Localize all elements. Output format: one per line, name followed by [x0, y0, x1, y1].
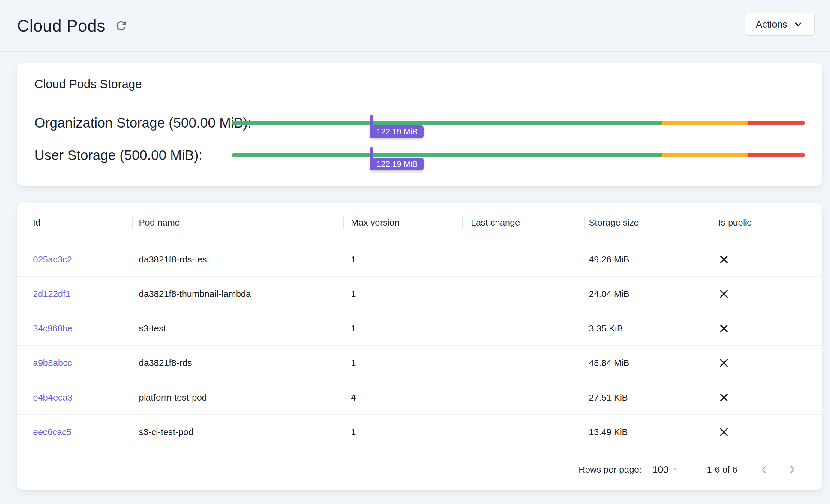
table-header-row: Id Pod name Max version Last change Stor… — [17, 203, 822, 243]
column-separator — [812, 217, 812, 229]
user-storage-bar: 122.19 MiB — [232, 153, 805, 157]
pod-id-link[interactable]: 34c968be — [33, 323, 72, 334]
actions-button[interactable]: Actions — [745, 12, 815, 36]
max-version-cell: 1 — [351, 427, 356, 437]
usage-value-badge: 122.19 MiB — [371, 125, 423, 138]
max-version-cell: 1 — [351, 254, 356, 264]
table-row[interactable]: 34c968bes3-test13.35 KiB — [17, 311, 822, 346]
cloud-pods-table-card: Id Pod name Max version Last change Stor… — [17, 203, 822, 490]
pod-id-link[interactable]: 2d122df1 — [33, 289, 70, 299]
ok-zone — [232, 121, 662, 125]
storage-card-title: Cloud Pods Storage — [34, 77, 142, 91]
storage-size-cell: 49.26 MiB — [589, 254, 629, 264]
table-footer: Rows per page: 100 1-6 of 6 — [17, 449, 822, 489]
table-row[interactable]: eec6cac5s3-ci-test-pod113.49 KiB — [17, 415, 822, 449]
rows-per-page-select[interactable]: 100 — [652, 464, 680, 475]
next-page-button[interactable] — [782, 460, 802, 479]
max-version-cell: 1 — [351, 289, 356, 299]
column-header-pod-name[interactable]: Pod name — [139, 218, 180, 228]
caret-down-icon — [670, 464, 680, 474]
chevron-right-icon — [786, 463, 798, 476]
left-edge-divider — [2, 0, 2, 504]
pagination-range-label: 1-6 of 6 — [707, 464, 737, 475]
pod-id-link[interactable]: 025ac3c2 — [33, 254, 72, 264]
pod-name-cell: da3821f8-thumbnail-lambda — [139, 289, 251, 299]
rows-per-page-label: Rows per page: — [579, 464, 642, 475]
column-separator — [343, 217, 344, 229]
user-storage-label: User Storage (500.00 MiB): — [34, 147, 202, 163]
column-header-storage-size[interactable]: Storage size — [589, 218, 639, 228]
rows-per-page-value: 100 — [652, 464, 668, 475]
previous-page-button[interactable] — [754, 460, 774, 479]
refresh-icon — [114, 19, 128, 33]
not-public-x-icon — [718, 391, 730, 404]
not-public-x-icon — [718, 253, 730, 265]
column-header-is-public[interactable]: Is public — [719, 218, 752, 228]
max-version-cell: 1 — [351, 358, 356, 368]
table-row[interactable]: 2d122df1da3821f8-thumbnail-lambda124.04 … — [17, 277, 822, 311]
storage-size-cell: 27.51 KiB — [589, 392, 628, 403]
column-header-id[interactable]: Id — [33, 218, 40, 228]
chevron-down-icon — [793, 19, 804, 30]
pod-name-cell: da3821f8-rds-test — [139, 254, 210, 264]
organization-storage-label: Organization Storage (500.00 MiB): — [34, 115, 252, 131]
column-header-max-version[interactable]: Max version — [351, 218, 400, 228]
storage-size-cell: 48.84 MiB — [589, 358, 629, 368]
column-separator — [584, 217, 585, 229]
organization-storage-bar: 122.19 MiB — [232, 121, 805, 125]
max-version-cell: 4 — [351, 392, 356, 403]
max-version-cell: 1 — [351, 323, 356, 334]
chevron-left-icon — [758, 463, 770, 476]
critical-zone — [747, 121, 805, 125]
table-row[interactable]: e4b4eca3platform-test-pod427.51 KiB — [17, 380, 822, 415]
not-public-x-icon — [718, 426, 730, 438]
column-separator — [462, 217, 463, 229]
not-public-x-icon — [718, 288, 730, 300]
pod-id-link[interactable]: eec6cac5 — [33, 427, 71, 437]
pod-id-link[interactable]: e4b4eca3 — [33, 392, 72, 403]
storage-card: Cloud Pods Storage Organization Storage … — [17, 63, 822, 186]
actions-button-label: Actions — [756, 19, 788, 30]
critical-zone — [747, 153, 805, 157]
column-header-last-change[interactable]: Last change — [471, 218, 520, 228]
usage-value-badge: 122.19 MiB — [371, 158, 423, 170]
cloud-pods-page: Cloud Pods Actions Cloud Pods Storage Or… — [0, 0, 830, 504]
table-body: 025ac3c2da3821f8-rds-test149.26 MiB2d122… — [17, 243, 822, 449]
refresh-button[interactable] — [114, 18, 129, 34]
pod-name-cell: platform-test-pod — [139, 392, 207, 403]
not-public-x-icon — [718, 357, 730, 369]
page-title: Cloud Pods — [17, 16, 105, 35]
pod-name-cell: s3-ci-test-pod — [139, 427, 193, 437]
not-public-x-icon — [718, 322, 730, 335]
column-separator — [132, 217, 133, 229]
page-header: Cloud Pods Actions — [0, 0, 830, 52]
warning-zone — [662, 121, 748, 125]
storage-size-cell: 13.49 KiB — [589, 427, 628, 437]
column-separator — [709, 217, 709, 229]
storage-size-cell: 24.04 MiB — [589, 289, 629, 299]
pod-name-cell: da3821f8-rds — [139, 358, 192, 368]
warning-zone — [662, 153, 748, 157]
pod-name-cell: s3-test — [139, 323, 166, 334]
table-row[interactable]: a9b8abccda3821f8-rds148.84 MiB — [17, 346, 822, 380]
table-row[interactable]: 025ac3c2da3821f8-rds-test149.26 MiB — [17, 243, 822, 277]
pod-id-link[interactable]: a9b8abcc — [33, 358, 72, 368]
ok-zone — [232, 153, 662, 157]
storage-size-cell: 3.35 KiB — [589, 323, 623, 334]
